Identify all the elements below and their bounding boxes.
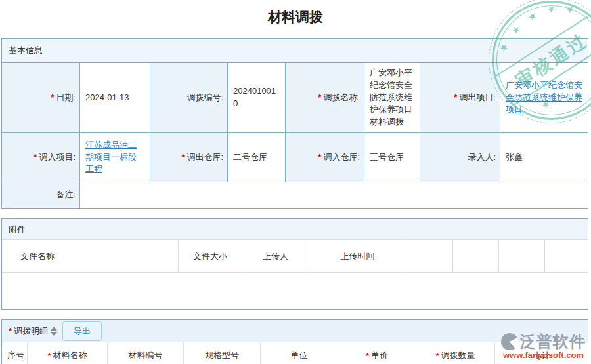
out-project-label: 调出项目: bbox=[459, 92, 496, 104]
attachments-col-file-size: 文件大小 bbox=[179, 240, 242, 273]
transfer-name-label: 调拨名称: bbox=[323, 92, 360, 104]
sort-up-icon[interactable] bbox=[51, 327, 57, 331]
detail-col-price: *单价 bbox=[338, 342, 416, 364]
attachments-col-file-name: 文件名称 bbox=[2, 240, 179, 273]
required-asterisk: * bbox=[366, 351, 369, 361]
attachments-empty-body bbox=[2, 273, 588, 309]
fanpu-logo-icon bbox=[501, 333, 518, 350]
in-project-label-cell: *调入项目: bbox=[2, 133, 80, 182]
recorder-value: 张鑫 bbox=[500, 133, 588, 182]
out-project-link[interactable]: 广安邓小平纪念馆安全防范系统维护保养项目 bbox=[506, 79, 582, 117]
attachments-col-empty bbox=[406, 240, 453, 273]
vendor-site: www.fanpusoft.com bbox=[501, 350, 586, 360]
out-project-cell: 广安邓小平纪念馆安全防范系统维护保养项目 bbox=[500, 63, 588, 133]
out-warehouse-label: 调出仓库: bbox=[186, 152, 223, 164]
remark-value bbox=[80, 182, 588, 208]
required-asterisk: * bbox=[181, 152, 185, 164]
export-button[interactable]: 导出 bbox=[62, 321, 102, 341]
out-warehouse-value: 二号仓库 bbox=[228, 133, 286, 182]
transfer-name-label-cell: *调拨名称: bbox=[286, 63, 364, 133]
vendor-logo: 泛普软件 www.fanpusoft.com bbox=[501, 331, 586, 360]
attachments-col-upload-time: 上传时间 bbox=[309, 240, 406, 273]
detail-col-unit: 单位 bbox=[261, 342, 338, 364]
out-project-label-cell: *调出项目: bbox=[420, 63, 500, 133]
sort-down-icon[interactable] bbox=[51, 332, 57, 336]
required-asterisk: * bbox=[318, 92, 321, 104]
required-asterisk: * bbox=[435, 351, 439, 361]
in-warehouse-label: 调入仓库: bbox=[323, 152, 360, 164]
attachments-col-empty bbox=[453, 240, 499, 273]
basic-info-section-title: 基本信息 bbox=[2, 39, 588, 63]
recorder-label-cell: 录入人: bbox=[420, 133, 500, 182]
detail-col-material-name-label: 材料名称 bbox=[53, 350, 87, 361]
detail-col-price-label: 单价 bbox=[371, 350, 388, 361]
out-warehouse-label-cell: *调出仓库: bbox=[150, 133, 228, 182]
in-project-link[interactable]: 江苏成品油二期项目一标段工程 bbox=[85, 139, 144, 176]
transfer-detail-section: * 调拨明细 导出 序号 *材料名称 材料编号 规格型号 单位 *单价 *调拨数… bbox=[1, 319, 588, 364]
required-asterisk: * bbox=[47, 351, 51, 361]
date-value: 2024-01-13 bbox=[80, 63, 150, 133]
date-label-cell: *日期: bbox=[2, 63, 80, 133]
attachments-col-empty bbox=[545, 240, 588, 273]
transfer-detail-header: * 调拨明细 导出 bbox=[2, 320, 588, 342]
page-title: 材料调拨 bbox=[0, 8, 591, 26]
attachments-header-row: 文件名称 文件大小 上传人 上传时间 bbox=[2, 240, 588, 273]
remark-label: 备注: bbox=[56, 189, 76, 201]
detail-col-material-name: *材料名称 bbox=[28, 342, 108, 364]
attachments-section-title: 附件 bbox=[2, 219, 588, 240]
transfer-detail-title: 调拨明细 bbox=[14, 325, 48, 337]
in-warehouse-value: 三号仓库 bbox=[364, 133, 420, 182]
vendor-name: 泛普软件 bbox=[520, 331, 586, 352]
attachments-section: 附件 文件名称 文件大小 上传人 上传时间 bbox=[1, 218, 588, 310]
in-project-label: 调入项目: bbox=[39, 152, 76, 164]
in-warehouse-label-cell: *调入仓库: bbox=[286, 133, 364, 182]
transfer-name-value: 广安邓小平纪念馆安全防范系统维护保养项目材料调拨 bbox=[364, 63, 420, 133]
required-asterisk: * bbox=[318, 152, 321, 164]
basic-info-table: *日期: 2024-01-13 调拨编号: 2024010010 *调拨名称: … bbox=[2, 63, 588, 208]
basic-info-section: 基本信息 *日期: 2024-01-13 调拨编号: 2024010010 *调… bbox=[1, 38, 588, 209]
detail-col-qty: *调拨数量 bbox=[416, 342, 495, 364]
transfer-no-label-cell: 调拨编号: bbox=[150, 63, 228, 133]
detail-col-seq: 序号 bbox=[2, 342, 28, 364]
required-asterisk: * bbox=[51, 92, 54, 104]
transfer-no-label: 调拨编号: bbox=[186, 92, 223, 104]
attachments-col-empty bbox=[499, 240, 545, 273]
required-asterisk: * bbox=[454, 92, 457, 104]
in-project-cell: 江苏成品油二期项目一标段工程 bbox=[80, 133, 150, 182]
vendor-logo-row: 泛普软件 bbox=[501, 331, 586, 352]
detail-col-material-no: 材料编号 bbox=[108, 342, 184, 364]
recorder-label: 录入人: bbox=[468, 152, 496, 164]
required-asterisk: * bbox=[33, 152, 37, 164]
attachments-col-uploader: 上传人 bbox=[242, 240, 309, 273]
date-label: 日期: bbox=[56, 92, 76, 104]
remark-label-cell: 备注: bbox=[2, 182, 80, 208]
transfer-no-value: 2024010010 bbox=[228, 63, 286, 133]
detail-col-spec: 规格型号 bbox=[184, 342, 261, 364]
sort-spinner-icon[interactable] bbox=[51, 327, 57, 336]
transfer-detail-header-row: 序号 *材料名称 材料编号 规格型号 单位 *单价 *调拨数量 小计 bbox=[2, 342, 588, 364]
required-asterisk: * bbox=[9, 326, 12, 336]
detail-col-qty-label: 调拨数量 bbox=[441, 350, 475, 361]
